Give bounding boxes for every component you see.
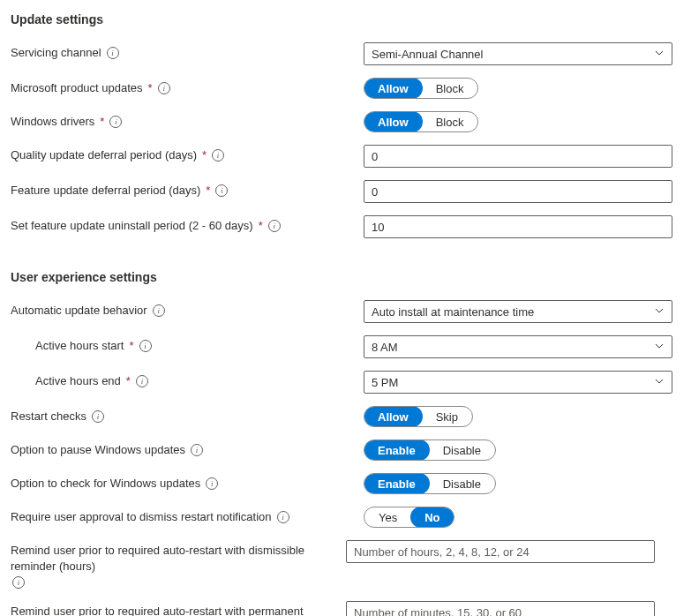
info-icon[interactable]: i [191, 444, 203, 456]
row-active-hours-end: Active hours end * i 5 PM [11, 371, 680, 394]
row-servicing-channel: Servicing channel i Semi-Annual Channel [11, 42, 680, 65]
toggle-option-allow[interactable]: Allow [364, 78, 423, 99]
row-require-approval: Require user approval to dismiss restart… [11, 507, 680, 528]
toggle-option-allow[interactable]: Allow [364, 406, 423, 427]
label-uninstall-period: Set feature update uninstall period (2 -… [11, 215, 364, 234]
toggle-option-enable[interactable]: Enable [364, 439, 430, 461]
select-auto-update-behavior[interactable]: Auto install at maintenance time [364, 300, 672, 323]
row-pause-updates: Option to pause Windows updates i Enable… [11, 439, 680, 461]
label-check-updates: Option to check for Windows updates i [11, 473, 364, 492]
row-remind-hours: Remind user prior to required auto-resta… [11, 540, 680, 589]
label-text: Require user approval to dismiss restart… [11, 509, 272, 525]
label-text: Active hours end [35, 373, 121, 389]
label-text: Feature update deferral period (days) [11, 183, 200, 199]
info-icon[interactable]: i [139, 340, 152, 352]
required-indicator: * [126, 373, 131, 389]
label-require-approval: Require user approval to dismiss restart… [11, 507, 364, 525]
input-remind-hours[interactable] [346, 540, 655, 563]
required-indicator: * [259, 218, 263, 234]
info-icon[interactable]: i [153, 304, 165, 317]
input-quality-deferral[interactable] [364, 145, 672, 168]
toggle-option-skip[interactable]: Skip [422, 407, 472, 426]
select-value: Semi-Annual Channel [372, 48, 483, 61]
label-quality-deferral: Quality update deferral period (days) * … [11, 145, 364, 163]
info-icon[interactable]: i [107, 47, 119, 59]
input-remind-minutes[interactable] [346, 601, 655, 616]
info-icon[interactable]: i [277, 511, 289, 523]
toggle-require-approval[interactable]: Yes No [364, 507, 454, 528]
row-check-updates: Option to check for Windows updates i En… [11, 473, 680, 494]
toggle-option-allow[interactable]: Allow [364, 111, 423, 132]
section-header-update: Update settings [11, 12, 680, 26]
label-servicing-channel: Servicing channel i [11, 42, 364, 61]
label-text: Remind user prior to required auto-resta… [11, 543, 346, 575]
info-icon[interactable]: i [158, 82, 170, 94]
chevron-down-icon [654, 48, 665, 60]
required-indicator: * [148, 80, 153, 96]
select-value: 5 PM [372, 376, 398, 389]
label-remind-minutes: Remind user prior to required auto-resta… [11, 601, 346, 616]
info-icon[interactable]: i [136, 375, 148, 387]
toggle-windows-drivers[interactable]: Allow Block [364, 111, 478, 132]
toggle-option-disable[interactable]: Disable [429, 440, 495, 460]
row-windows-drivers: Windows drivers * i Allow Block [11, 111, 680, 132]
row-uninstall-period: Set feature update uninstall period (2 -… [11, 215, 680, 238]
toggle-restart-checks[interactable]: Allow Skip [364, 406, 473, 427]
label-text: Remind user prior to required auto-resta… [11, 604, 346, 616]
toggle-option-block[interactable]: Block [422, 112, 478, 131]
info-icon[interactable]: i [206, 477, 218, 490]
info-icon[interactable]: i [92, 410, 104, 423]
select-active-hours-end[interactable]: 5 PM [364, 371, 672, 394]
toggle-option-block[interactable]: Block [422, 79, 478, 98]
label-text: Active hours start [35, 338, 124, 354]
toggle-pause-updates[interactable]: Enable Disable [364, 439, 496, 461]
select-value: Auto install at maintenance time [372, 305, 534, 319]
row-quality-deferral: Quality update deferral period (days) * … [11, 145, 680, 168]
input-feature-deferral[interactable] [364, 180, 672, 203]
label-active-hours-start: Active hours start * i [11, 335, 364, 354]
row-restart-checks: Restart checks i Allow Skip [11, 406, 680, 427]
chevron-down-icon [654, 376, 665, 388]
select-active-hours-start[interactable]: 8 AM [364, 335, 672, 358]
label-text: Quality update deferral period (days) [11, 147, 197, 163]
label-text: Microsoft product updates [11, 80, 143, 96]
row-feature-deferral: Feature update deferral period (days) * … [11, 180, 680, 203]
label-text: Windows drivers [11, 114, 94, 130]
row-auto-update-behavior: Automatic update behavior i Auto install… [11, 300, 680, 323]
label-pause-updates: Option to pause Windows updates i [11, 439, 364, 458]
required-indicator: * [129, 338, 133, 354]
label-text: Set feature update uninstall period (2 -… [11, 218, 253, 234]
section-header-ux: User experience settings [11, 270, 680, 284]
label-remind-hours: Remind user prior to required auto-resta… [11, 540, 346, 589]
label-ms-product-updates: Microsoft product updates * i [11, 78, 364, 96]
info-icon[interactable]: i [109, 116, 122, 128]
label-text: Automatic update behavior [11, 303, 147, 319]
label-restart-checks: Restart checks i [11, 406, 364, 424]
select-servicing-channel[interactable]: Semi-Annual Channel [364, 42, 672, 65]
chevron-down-icon [654, 341, 665, 353]
label-text: Servicing channel [11, 45, 101, 61]
chevron-down-icon [654, 305, 665, 318]
label-text: Option to pause Windows updates [11, 442, 185, 458]
input-uninstall-period[interactable] [364, 215, 672, 238]
toggle-option-yes[interactable]: Yes [364, 507, 411, 527]
toggle-option-disable[interactable]: Disable [429, 474, 495, 493]
label-active-hours-end: Active hours end * i [11, 371, 364, 389]
info-icon[interactable]: i [215, 184, 228, 197]
row-ms-product-updates: Microsoft product updates * i Allow Bloc… [11, 78, 680, 99]
required-indicator: * [206, 183, 210, 199]
label-feature-deferral: Feature update deferral period (days) * … [11, 180, 364, 199]
label-windows-drivers: Windows drivers * i [11, 111, 364, 130]
required-indicator: * [100, 114, 104, 130]
toggle-ms-product-updates[interactable]: Allow Block [364, 78, 478, 99]
label-auto-update-behavior: Automatic update behavior i [11, 300, 364, 319]
row-active-hours-start: Active hours start * i 8 AM [11, 335, 680, 358]
toggle-option-enable[interactable]: Enable [364, 473, 430, 494]
toggle-option-no[interactable]: No [410, 507, 454, 528]
info-icon[interactable]: i [12, 576, 25, 589]
info-icon[interactable]: i [212, 149, 224, 162]
toggle-check-updates[interactable]: Enable Disable [364, 473, 496, 494]
row-remind-minutes: Remind user prior to required auto-resta… [11, 601, 680, 616]
label-text: Restart checks [11, 409, 86, 424]
info-icon[interactable]: i [268, 220, 281, 232]
